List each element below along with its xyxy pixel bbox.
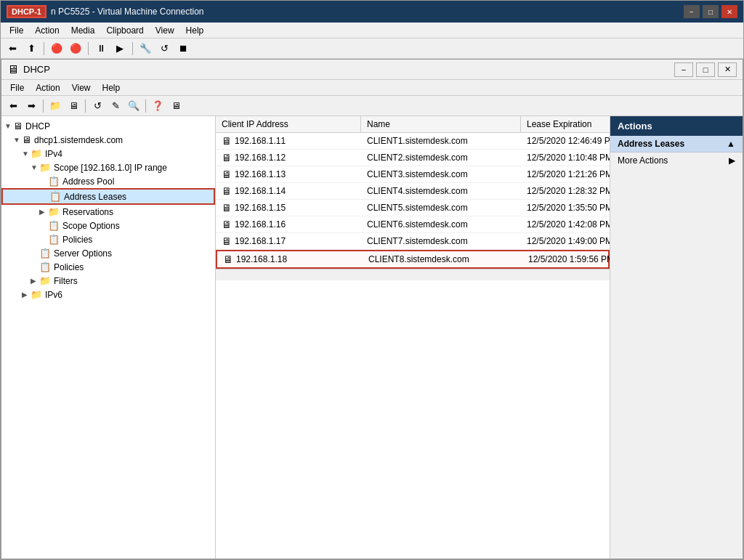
- list-row[interactable]: 🖥 192.168.1.12 CLIENT2.sistemdesk.com 12…: [216, 150, 610, 166]
- cell-name: CLIENT3.sistemdesk.com: [361, 166, 521, 182]
- tree-item-ipv4[interactable]: ▼📁IPv4: [1, 147, 215, 161]
- list-row[interactable]: 🖥 192.168.1.18 CLIENT8.sistemdesk.com 12…: [216, 250, 610, 269]
- dhcp-tb-filter[interactable]: 🔍: [125, 98, 142, 114]
- col-header-name[interactable]: Name: [361, 116, 521, 132]
- tree-folder-icon: 📋: [48, 176, 60, 187]
- vm-maximize-button[interactable]: □: [703, 5, 719, 18]
- list-rows: 🖥 192.168.1.11 CLIENT1.sistemdesk.com 12…: [216, 133, 610, 269]
- cell-ip: 🖥 192.168.1.12: [216, 150, 361, 166]
- vm-menu-view[interactable]: View: [150, 24, 180, 37]
- list-scrollbar[interactable]: [216, 269, 610, 280]
- ip-address: 192.168.1.12: [235, 153, 286, 163]
- tree-folder-icon: 📋: [49, 191, 61, 202]
- cell-ip: 🖥 192.168.1.13: [216, 166, 361, 182]
- tree-folder-icon: 📋: [39, 248, 51, 259]
- tree-item-filters[interactable]: ▶📁Filters: [1, 274, 215, 288]
- actions-item-address-leases[interactable]: Address Leases ▲: [610, 136, 743, 153]
- dhcp-tb-help[interactable]: ❓: [149, 98, 166, 114]
- ip-address: 192.168.1.16: [235, 219, 286, 230]
- dhcp-menu-view[interactable]: View: [66, 81, 97, 94]
- tree-item-ipv6[interactable]: ▶📁IPv6: [1, 288, 215, 301]
- vm-menu-help[interactable]: Help: [180, 24, 210, 37]
- cell-ip: 🖥 192.168.1.16: [216, 216, 361, 232]
- dhcp-tb-back[interactable]: ⬅: [4, 98, 22, 114]
- tree-item-server-options[interactable]: 📋Server Options: [1, 246, 215, 260]
- tree-item-policies[interactable]: 📋Policies: [1, 260, 215, 274]
- vm-menu-clipboard[interactable]: Clipboard: [100, 24, 149, 37]
- actions-item-more[interactable]: More Actions ▶: [610, 153, 743, 169]
- list-row[interactable]: 🖥 192.168.1.13 CLIENT3.sistemdesk.com 12…: [216, 166, 610, 183]
- dhcp-close-button[interactable]: ✕: [718, 62, 737, 77]
- vm-title-text: DHCP-1 n PC5525 - Virtual Machine Connec…: [7, 5, 684, 18]
- vm-tb-btn-3[interactable]: 🔴: [48, 41, 65, 57]
- cell-expiry: 12/5/2020 1:49:00 PM: [521, 233, 610, 249]
- vm-menu-file[interactable]: File: [4, 24, 29, 37]
- cell-expiry: 12/5/2020 1:28:32 PM: [521, 183, 610, 199]
- dhcp-badge: DHCP-1: [7, 5, 46, 18]
- cell-expiry: 12/5/2020 1:59:56 PM: [522, 251, 610, 267]
- cell-name: CLIENT4.sistemdesk.com: [361, 183, 521, 199]
- ip-address: 192.168.1.15: [235, 203, 286, 213]
- dhcp-tb-up[interactable]: 📁: [46, 98, 64, 114]
- vm-window-controls: − □ ✕: [684, 5, 737, 18]
- dhcp-tb-export[interactable]: ✎: [107, 98, 124, 114]
- client-icon: 🖥: [222, 169, 232, 180]
- tree-item-address-leases[interactable]: 📋Address Leases: [1, 188, 215, 205]
- vm-menu-media[interactable]: Media: [65, 24, 101, 37]
- list-row[interactable]: 🖥 192.168.1.14 CLIENT4.sistemdesk.com 12…: [216, 183, 610, 200]
- vm-toolbar: ⬅ ⬆ 🔴 🔴 ⏸ ▶ 🔧 ↺ ⏹: [1, 38, 743, 59]
- tree-item-scope-options[interactable]: 📋Scope Options: [1, 219, 215, 232]
- tree-folder-icon: 📁: [48, 206, 60, 217]
- tree-item-policies-sub[interactable]: 📋Policies: [1, 232, 215, 246]
- dhcp-menu-file[interactable]: File: [4, 81, 30, 94]
- dhcp-titlebar: 🖥 DHCP − □ ✕: [1, 60, 743, 80]
- tree-folder-icon: 📁: [39, 162, 51, 173]
- vm-tb-btn-9[interactable]: ⏹: [174, 41, 192, 57]
- tree-expand-icon: ▼: [22, 150, 29, 158]
- vm-tb-btn-8[interactable]: ↺: [155, 41, 173, 57]
- list-row[interactable]: 🖥 192.168.1.15 CLIENT5.sistemdesk.com 12…: [216, 200, 610, 216]
- tree-item-dhcp-server[interactable]: ▼🖥dhcp1.sistemdesk.com: [1, 133, 215, 147]
- tree-folder-icon: 🖥: [13, 121, 23, 131]
- actions-more-label: More Actions: [618, 155, 668, 166]
- dhcp-minimize-button[interactable]: −: [674, 62, 693, 77]
- cell-expiry: 12/5/2020 1:42:08 PM: [521, 216, 610, 232]
- col-header-ip[interactable]: Client IP Address: [216, 116, 361, 132]
- cell-expiry: 12/5/2020 1:10:48 PM: [521, 150, 610, 166]
- vm-tb-btn-1[interactable]: ⬅: [4, 41, 21, 57]
- vm-tb-btn-6[interactable]: ▶: [111, 41, 129, 57]
- vm-menu-action[interactable]: Action: [29, 24, 65, 37]
- dhcp-menu-help[interactable]: Help: [97, 81, 126, 94]
- col-header-expiry[interactable]: Lease Expiration: [521, 116, 610, 132]
- vm-tb-btn-5[interactable]: ⏸: [92, 41, 110, 57]
- tree-item-reservations[interactable]: ▶📁Reservations: [1, 205, 215, 219]
- tree-item-label: Policies: [62, 235, 92, 245]
- list-row[interactable]: 🖥 192.168.1.17 CLIENT7.sistemdesk.com 12…: [216, 233, 610, 250]
- vm-minimize-button[interactable]: −: [684, 5, 700, 18]
- tree-item-scope[interactable]: ▼📁Scope [192.168.1.0] IP range: [1, 161, 215, 174]
- dhcp-maximize-button[interactable]: □: [696, 62, 715, 77]
- tree-item-label: Scope [192.168.1.0] IP range: [54, 163, 167, 173]
- cell-name: CLIENT5.sistemdesk.com: [361, 200, 521, 216]
- cell-name: CLIENT6.sistemdesk.com: [361, 216, 521, 232]
- dhcp-tb-forward[interactable]: ➡: [23, 98, 40, 114]
- dhcp-tb-props[interactable]: 🖥: [167, 98, 185, 114]
- client-icon: 🖥: [223, 253, 233, 265]
- cell-ip: 🖥 192.168.1.15: [216, 200, 361, 216]
- vm-tb-btn-2[interactable]: ⬆: [23, 41, 40, 57]
- vm-tb-btn-4[interactable]: 🔴: [67, 41, 84, 57]
- dhcp-menubar: File Action View Help: [1, 80, 743, 96]
- cell-name: CLIENT8.sistemdesk.com: [363, 251, 522, 267]
- tree-item-dhcp-root[interactable]: ▼🖥DHCP: [1, 119, 215, 133]
- actions-item-label: Address Leases: [618, 139, 684, 149]
- list-row[interactable]: 🖥 192.168.1.11 CLIENT1.sistemdesk.com 12…: [216, 133, 610, 150]
- dhcp-tb-show[interactable]: 🖥: [65, 98, 82, 114]
- dhcp-menu-action[interactable]: Action: [30, 81, 65, 94]
- list-row[interactable]: 🖥 192.168.1.16 CLIENT6.sistemdesk.com 12…: [216, 216, 610, 233]
- tree-item-address-pool[interactable]: 📋Address Pool: [1, 174, 215, 188]
- vm-window: DHCP-1 n PC5525 - Virtual Machine Connec…: [0, 0, 744, 560]
- vm-close-button[interactable]: ✕: [721, 5, 737, 18]
- tree-item-label: Server Options: [54, 248, 112, 259]
- vm-tb-btn-7[interactable]: 🔧: [137, 41, 154, 57]
- dhcp-tb-refresh[interactable]: ↺: [89, 98, 106, 114]
